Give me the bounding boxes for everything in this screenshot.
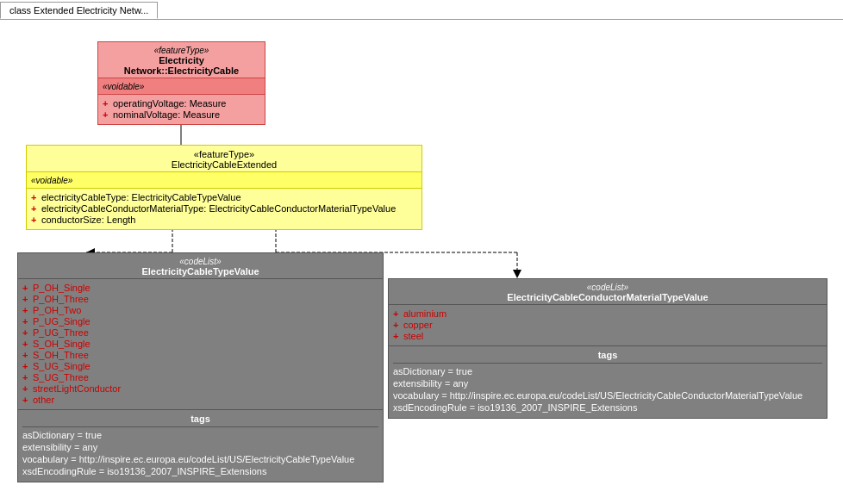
plus: + — [22, 327, 29, 338]
extended-stereotype: «featureType» — [30, 149, 418, 159]
tag-line: extensibility = any — [393, 378, 822, 389]
plus: + — [393, 331, 400, 341]
cable-box: «featureType» Electricity Network::Elect… — [97, 41, 265, 125]
tag-line: asDictionary = true — [22, 430, 378, 440]
attr-val: P_OH_Single — [33, 283, 91, 293]
attr-row: + nominalVoltage: Measure — [103, 109, 260, 120]
cable-classname: Electricity Network::ElectricityCable — [102, 55, 261, 76]
attr-val: S_OH_Single — [33, 339, 91, 349]
attr-row: +S_UG_Three — [22, 372, 378, 383]
attr-val: copper — [403, 320, 433, 330]
codelist-type-attrs: +P_OH_Single +P_OH_Three +P_OH_Two +P_UG… — [18, 279, 383, 409]
main-tab[interactable]: class Extended Electricity Netw... — [0, 2, 158, 19]
cable-header: «featureType» Electricity Network::Elect… — [98, 42, 265, 78]
extended-voidable-label: «voidable» — [31, 176, 72, 185]
attr-plus-e2: + — [31, 203, 38, 214]
tag-line: vocabulary = http://inspire.ec.europa.eu… — [393, 390, 822, 401]
attr-conductor-size: conductorSize: Length — [41, 215, 135, 225]
codelist-conductor-classname: ElectricityCableConductorMaterialTypeVal… — [392, 292, 823, 302]
extended-voidable-section: «voidable» — [27, 172, 422, 189]
attr-operating-voltage: operatingVoltage: Measure — [113, 98, 226, 109]
codelist-type-box: «codeList» ElectricityCableTypeValue +P_… — [17, 252, 384, 482]
attr-val: other — [33, 395, 54, 405]
attr-row: +S_UG_Single — [22, 361, 378, 371]
plus: + — [22, 305, 29, 315]
canvas: «featureType» Electricity Network::Elect… — [0, 19, 843, 504]
attr-row: + conductorSize: Length — [31, 215, 417, 225]
plus: + — [22, 350, 29, 360]
attr-row: +P_OH_Single — [22, 283, 378, 293]
attr-row: +P_OH_Three — [22, 294, 378, 304]
attr-row: + operatingVoltage: Measure — [103, 98, 260, 109]
cable-voidable-section: «voidable» — [98, 78, 265, 95]
tab-label: class Extended Electricity Netw... — [9, 5, 148, 16]
plus: + — [22, 372, 29, 383]
tag-line: vocabulary = http://inspire.ec.europa.eu… — [22, 454, 378, 464]
attr-row: + electricityCableConductorMaterialType:… — [31, 203, 417, 214]
attr-row: +S_OH_Single — [22, 339, 378, 349]
codelist-conductor-tags: tags asDictionary = true extensibility =… — [389, 345, 827, 418]
tag-line: xsdEncodingRule = iso19136_2007_INSPIRE_… — [22, 466, 378, 476]
attr-val: P_UG_Three — [33, 327, 89, 338]
plus: + — [22, 395, 29, 405]
attr-row: +S_OH_Three — [22, 350, 378, 360]
tab-bar: class Extended Electricity Netw... — [0, 0, 158, 19]
attr-val: aluminium — [403, 308, 446, 319]
plus: + — [393, 320, 400, 330]
attr-row: +copper — [393, 320, 822, 330]
svg-marker-9 — [513, 270, 521, 278]
cable-attrs: + operatingVoltage: Measure + nominalVol… — [98, 95, 265, 124]
codelist-type-stereotype: «codeList» — [22, 257, 379, 266]
attr-row: +P_UG_Single — [22, 316, 378, 327]
plus: + — [22, 361, 29, 371]
attr-val: P_OH_Two — [33, 305, 81, 315]
attr-row: + electricityCableType: ElectricityCable… — [31, 192, 417, 202]
codelist-type-classname: ElectricityCableTypeValue — [22, 266, 379, 277]
tag-line: extensibility = any — [22, 442, 378, 452]
attr-val: S_UG_Three — [33, 372, 89, 383]
plus: + — [22, 316, 29, 327]
attr-val: steel — [403, 331, 423, 341]
plus: + — [393, 308, 400, 319]
extended-box: «featureType» ElectricityCableExtended «… — [26, 145, 422, 230]
attr-row: +aluminium — [393, 308, 822, 319]
attr-row: +P_UG_Three — [22, 327, 378, 338]
attr-plus-2: + — [103, 109, 109, 120]
attr-conductor-material: electricityCableConductorMaterialType: E… — [41, 203, 396, 214]
attr-val: S_UG_Single — [33, 361, 91, 371]
attr-plus-e3: + — [31, 215, 38, 225]
attr-row: +P_OH_Two — [22, 305, 378, 315]
codelist-type-header: «codeList» ElectricityCableTypeValue — [18, 253, 383, 279]
attr-cable-type: electricityCableType: ElectricityCableTy… — [41, 192, 241, 202]
attr-plus-1: + — [103, 98, 109, 109]
tags-header: tags — [393, 350, 822, 364]
codelist-conductor-header: «codeList» ElectricityCableConductorMate… — [389, 279, 827, 305]
tags-header: tags — [22, 414, 378, 427]
attr-plus-e1: + — [31, 192, 38, 202]
codelist-conductor-box: «codeList» ElectricityCableConductorMate… — [388, 278, 827, 419]
plus: + — [22, 294, 29, 304]
codelist-conductor-stereotype: «codeList» — [392, 283, 823, 292]
attr-row: +streetLightConductor — [22, 383, 378, 394]
plus: + — [22, 339, 29, 349]
extended-header: «featureType» ElectricityCableExtended — [27, 146, 422, 172]
cable-stereotype: «featureType» — [102, 46, 261, 55]
tag-line: asDictionary = true — [393, 366, 822, 376]
extended-classname: ElectricityCableExtended — [30, 159, 418, 170]
attr-val: streetLightConductor — [33, 383, 121, 394]
attr-row: +steel — [393, 331, 822, 341]
plus: + — [22, 283, 29, 293]
attr-row: +other — [22, 395, 378, 405]
codelist-conductor-attrs: +aluminium +copper +steel — [389, 305, 827, 345]
tag-line: xsdEncodingRule = iso19136_2007_INSPIRE_… — [393, 402, 822, 413]
cable-voidable-label: «voidable» — [103, 82, 144, 91]
attr-nominal-voltage: nominalVoltage: Measure — [113, 109, 220, 120]
attr-val: P_UG_Single — [33, 316, 91, 327]
codelist-type-tags: tags asDictionary = true extensibility =… — [18, 409, 383, 482]
attr-val: S_OH_Three — [33, 350, 89, 360]
attr-val: P_OH_Three — [33, 294, 89, 304]
extended-attrs: + electricityCableType: ElectricityCable… — [27, 189, 422, 229]
plus: + — [22, 383, 29, 394]
